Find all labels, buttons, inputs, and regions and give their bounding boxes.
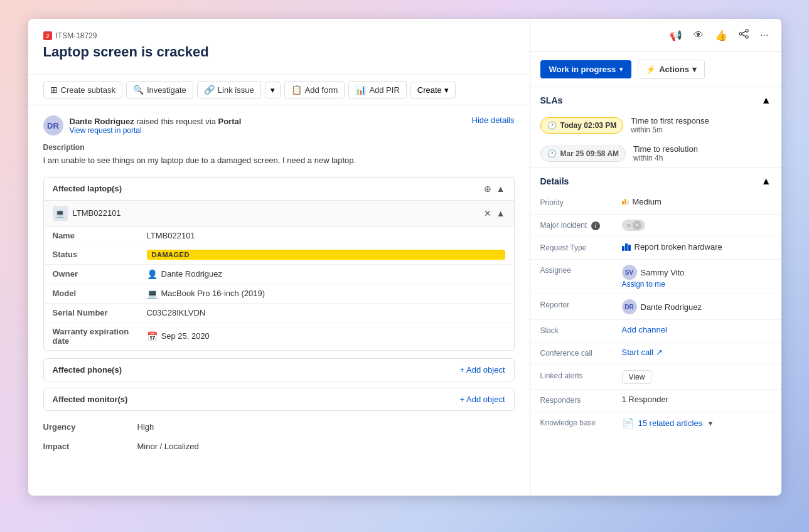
damaged-badge: DAMAGED bbox=[147, 250, 505, 260]
device-icon: 💻 bbox=[53, 206, 68, 221]
description-label: Description bbox=[43, 143, 515, 152]
sla-text-1: Time to first response within 5m bbox=[631, 116, 709, 134]
device-name: LTMB022101 bbox=[73, 208, 121, 218]
device-details: Name LTMB022101 Status DAMAGED Owner 👤 bbox=[44, 226, 514, 350]
details-header[interactable]: Details ▲ bbox=[530, 168, 781, 192]
add-form-button[interactable]: 📋 Add form bbox=[284, 81, 345, 98]
actions-button[interactable]: ⚡ Actions ▾ bbox=[638, 60, 705, 79]
link-issue-button[interactable]: 🔗 Link issue bbox=[197, 81, 261, 98]
add-pir-button[interactable]: 📊 Add PIR bbox=[348, 81, 406, 98]
add-monitor-button[interactable]: + Add object bbox=[459, 395, 505, 404]
request-type-field: Request Type Report broken hardware bbox=[530, 237, 781, 260]
bottom-fields: Urgency High Impact Minor / Localized bbox=[43, 417, 515, 456]
details-section: Details ▲ Priority Med bbox=[530, 168, 781, 496]
more-options-button[interactable]: ··· bbox=[758, 27, 771, 43]
investigate-button[interactable]: 🔍 Investigate bbox=[126, 81, 193, 98]
knowledge-base-field: Knowledge base 📄 15 related articles ▾ bbox=[530, 412, 781, 435]
toolbar: ⊞ Create subtask 🔍 Investigate 🔗 Link is… bbox=[28, 75, 530, 105]
detail-row-warranty: Warranty expiration date 📅 Sep 25, 2020 bbox=[44, 322, 514, 350]
toggle-close-icon[interactable]: ✕ bbox=[633, 221, 641, 230]
link-icon: 🔗 bbox=[204, 85, 215, 95]
slas-section: SLAs ▲ 🕐 Today 02:03 PM Time to first re… bbox=[530, 87, 781, 168]
issue-id: J ITSM-18729 bbox=[43, 31, 515, 40]
actions-label: Actions bbox=[659, 65, 689, 74]
owner-icon: 👤 bbox=[147, 269, 158, 279]
device-collapse-icon[interactable]: ▲ bbox=[496, 208, 505, 218]
issue-title: Laptop screen is cracked bbox=[43, 44, 515, 60]
priority-label: Medium bbox=[633, 197, 662, 206]
owner-link[interactable]: Dante Rodriguez bbox=[161, 269, 223, 279]
pir-icon: 📊 bbox=[355, 85, 366, 95]
requester-text: Dante Rodriguez raised this request via … bbox=[70, 117, 242, 126]
knowledge-base-icon: 📄 bbox=[622, 417, 635, 429]
share-icon-button[interactable] bbox=[736, 26, 751, 44]
affected-laptops-header[interactable]: Affected laptop(s) ⊕ ▲ bbox=[44, 178, 514, 200]
affected-monitors-section: Affected monitor(s) + Add object bbox=[43, 388, 515, 411]
announcement-icon-button[interactable]: 📢 bbox=[667, 27, 685, 44]
status-chevron-icon: ▾ bbox=[619, 66, 623, 73]
major-incident-toggle[interactable]: ○ ✕ bbox=[622, 220, 646, 231]
requester-avatar: DR bbox=[43, 115, 63, 136]
hide-details-link[interactable]: Hide details bbox=[472, 115, 515, 125]
left-content: DR Dante Rodriguez raised this request v… bbox=[28, 105, 530, 496]
unlink-icon[interactable]: ✕ bbox=[484, 208, 491, 218]
toggle-icon: ○ bbox=[627, 221, 631, 229]
svg-point-0 bbox=[746, 29, 748, 32]
description-text: I am unable to see things on my laptop d… bbox=[43, 154, 515, 167]
request-type-icon bbox=[622, 243, 631, 251]
svg-point-2 bbox=[746, 36, 748, 38]
svg-point-1 bbox=[739, 33, 742, 35]
issue-header: J ITSM-18729 Laptop screen is cracked bbox=[28, 19, 530, 75]
add-monitor-icon: + bbox=[459, 395, 464, 404]
model-link[interactable]: MacBook Pro 16-inch (2019) bbox=[161, 289, 265, 298]
detail-row-serial: Serial Number C03C28IKLVDN bbox=[44, 304, 514, 322]
slack-add-channel-link[interactable]: Add channel bbox=[622, 325, 667, 334]
add-phone-button[interactable]: + Add object bbox=[459, 365, 505, 375]
assign-to-me-link[interactable]: Assign to me bbox=[622, 280, 685, 289]
requester-row: DR Dante Rodriguez raised this request v… bbox=[43, 115, 515, 136]
start-call-link[interactable]: Start call ↗ bbox=[622, 348, 663, 357]
linked-alerts-field: Linked alerts View bbox=[530, 365, 781, 390]
create-button[interactable]: Create ▾ bbox=[410, 82, 456, 98]
create-subtask-button[interactable]: ⊞ Create subtask bbox=[43, 81, 122, 98]
left-panel: J ITSM-18729 Laptop screen is cracked ⊞ … bbox=[28, 19, 530, 496]
assignee-avatar: SV bbox=[622, 265, 637, 280]
priority-icon bbox=[622, 199, 629, 205]
view-linked-alerts-button[interactable]: View bbox=[622, 370, 652, 384]
urgency-field: Urgency High bbox=[43, 417, 515, 437]
add-phone-icon: + bbox=[459, 365, 464, 375]
sla-item-1: 🕐 Today 02:03 PM Time to first response … bbox=[530, 111, 781, 139]
sla-badge-2: 🕐 Mar 25 09:58 AM bbox=[540, 146, 626, 162]
model-icon: 💻 bbox=[147, 289, 158, 299]
knowledge-base-articles[interactable]: 15 related articles bbox=[638, 418, 703, 428]
issue-id-text: ITSM-18729 bbox=[56, 31, 97, 40]
calendar-icon: 📅 bbox=[147, 331, 158, 341]
slack-field: Slack Add channel bbox=[530, 320, 781, 343]
subtask-icon: ⊞ bbox=[50, 85, 58, 95]
like-icon-button[interactable]: 👍 bbox=[712, 27, 730, 44]
slas-header[interactable]: SLAs ▲ bbox=[530, 87, 781, 111]
assignee-field: Assignee SV Sammy Vito Assign to me bbox=[530, 260, 781, 294]
svg-line-4 bbox=[742, 35, 746, 36]
view-portal-link[interactable]: View request in portal bbox=[70, 126, 242, 135]
more-toolbar-button[interactable]: ▾ bbox=[265, 82, 281, 98]
priority-field: Priority Medium bbox=[530, 192, 781, 215]
affected-laptops-section: Affected laptop(s) ⊕ ▲ 💻 LTMB022101 bbox=[43, 177, 515, 351]
reporter-field: Reporter DR Dante Rodriguez bbox=[530, 294, 781, 320]
details-collapse-icon: ▲ bbox=[761, 176, 771, 187]
detail-row-name: Name LTMB022101 bbox=[44, 226, 514, 245]
request-type-label: Report broken hardware bbox=[635, 242, 722, 252]
slas-collapse-icon: ▲ bbox=[761, 95, 771, 106]
right-panel: 📢 👁 👍 ··· Work in progress ▾ ⚡ Actions ▾ bbox=[530, 19, 781, 496]
watch-icon-button[interactable]: 👁 bbox=[691, 27, 706, 43]
info-icon: i bbox=[591, 221, 600, 230]
reporter-avatar: DR bbox=[622, 299, 637, 314]
work-in-progress-label: Work in progress bbox=[549, 65, 616, 74]
conference-call-field: Conference call Start call ↗ bbox=[530, 343, 781, 365]
lightning-icon: ⚡ bbox=[646, 65, 656, 74]
expand-icon: ⊕ bbox=[484, 184, 491, 194]
work-in-progress-button[interactable]: Work in progress ▾ bbox=[540, 60, 632, 78]
assignee-name: Sammy Vito bbox=[641, 268, 685, 277]
knowledge-base-expand-icon[interactable]: ▾ bbox=[709, 419, 712, 428]
detail-row-model: Model 💻 MacBook Pro 16-inch (2019) bbox=[44, 284, 514, 304]
